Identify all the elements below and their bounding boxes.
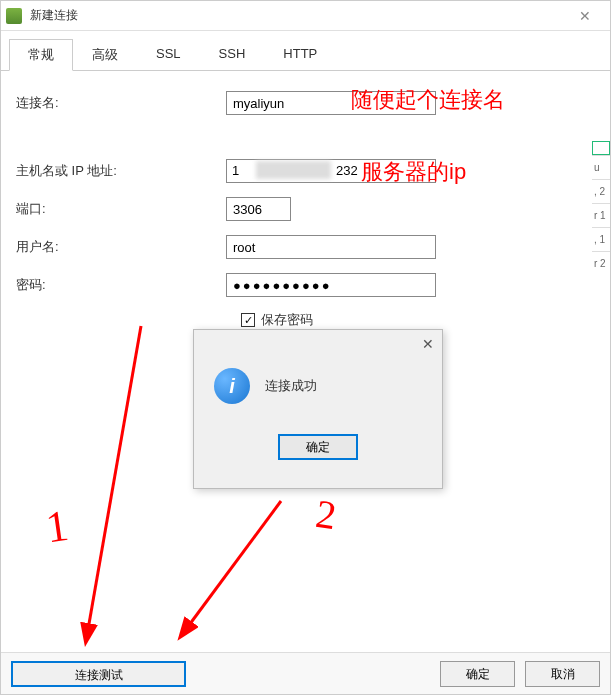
checkmark-icon: ✓: [244, 314, 253, 327]
close-icon[interactable]: ✕: [565, 2, 605, 30]
info-icon: i: [214, 368, 250, 404]
label-user: 用户名:: [16, 238, 226, 256]
popup-buttons: 确定: [194, 434, 442, 460]
popup-ok-button[interactable]: 确定: [278, 434, 358, 460]
hand-mark-1: 1: [43, 500, 72, 554]
side-fragment: [592, 141, 610, 155]
cancel-button[interactable]: 取消: [525, 661, 600, 687]
popup-success: ✕ i 连接成功 确定: [193, 329, 443, 489]
annotation-connection-name: 随便起个连接名: [351, 85, 505, 115]
bottom-bar: 连接测试 确定 取消: [1, 652, 610, 694]
input-password[interactable]: [226, 273, 436, 297]
svg-line-2: [181, 501, 281, 636]
annotation-host: 服务器的ip: [361, 157, 466, 187]
row-password: 密码:: [16, 273, 595, 297]
titlebar: 新建连接 ✕: [1, 1, 610, 31]
row-connection-name: 连接名:: [16, 91, 595, 115]
side-fragment: r 2: [592, 251, 610, 275]
side-fragment: , 1: [592, 227, 610, 251]
popup-message: 连接成功: [265, 377, 317, 395]
tab-advanced[interactable]: 高级: [73, 39, 137, 70]
svg-line-1: [86, 326, 141, 641]
form-area: 连接名: 主机名或 IP 地址: 1 232 端口: 用户名: 密码:: [1, 71, 610, 349]
checkbox-save-password[interactable]: ✓: [241, 313, 255, 327]
popup-close-icon[interactable]: ✕: [422, 336, 434, 352]
row-port: 端口:: [16, 197, 595, 221]
hand-mark-2: 2: [313, 490, 339, 539]
row-user: 用户名:: [16, 235, 595, 259]
host-prefix: 1: [232, 163, 239, 178]
tabs-bar: 常规 高级 SSL SSH HTTP: [1, 31, 610, 71]
popup-titlebar: ✕: [194, 330, 442, 358]
test-connection-button[interactable]: 连接测试: [11, 661, 186, 687]
tab-http[interactable]: HTTP: [264, 39, 336, 70]
side-fragment: , 2: [592, 179, 610, 203]
label-host: 主机名或 IP 地址:: [16, 162, 226, 180]
side-fragment: u: [592, 155, 610, 179]
side-fragment: r 1: [592, 203, 610, 227]
label-connection-name: 连接名:: [16, 94, 226, 112]
background-window-peek: u , 2 r 1 , 1 r 2: [592, 141, 610, 441]
input-port[interactable]: [226, 197, 291, 221]
ok-button[interactable]: 确定: [440, 661, 515, 687]
row-save-password: ✓ 保存密码: [241, 311, 595, 329]
label-password: 密码:: [16, 276, 226, 294]
window-title: 新建连接: [30, 7, 565, 24]
input-user[interactable]: [226, 235, 436, 259]
tab-general[interactable]: 常规: [9, 39, 73, 71]
info-icon-glyph: i: [229, 375, 235, 398]
host-blur-mask: [256, 161, 331, 179]
label-port: 端口:: [16, 200, 226, 218]
dialog-window: 新建连接 ✕ 常规 高级 SSL SSH HTTP 连接名: 主机名或 IP 地…: [0, 0, 611, 695]
label-save-password: 保存密码: [261, 311, 313, 329]
popup-body: i 连接成功: [194, 358, 442, 414]
tab-ssh[interactable]: SSH: [200, 39, 265, 70]
tab-ssl[interactable]: SSL: [137, 39, 200, 70]
host-suffix: 232: [336, 163, 358, 178]
app-icon: [6, 8, 22, 24]
row-host: 主机名或 IP 地址: 1 232: [16, 159, 595, 183]
